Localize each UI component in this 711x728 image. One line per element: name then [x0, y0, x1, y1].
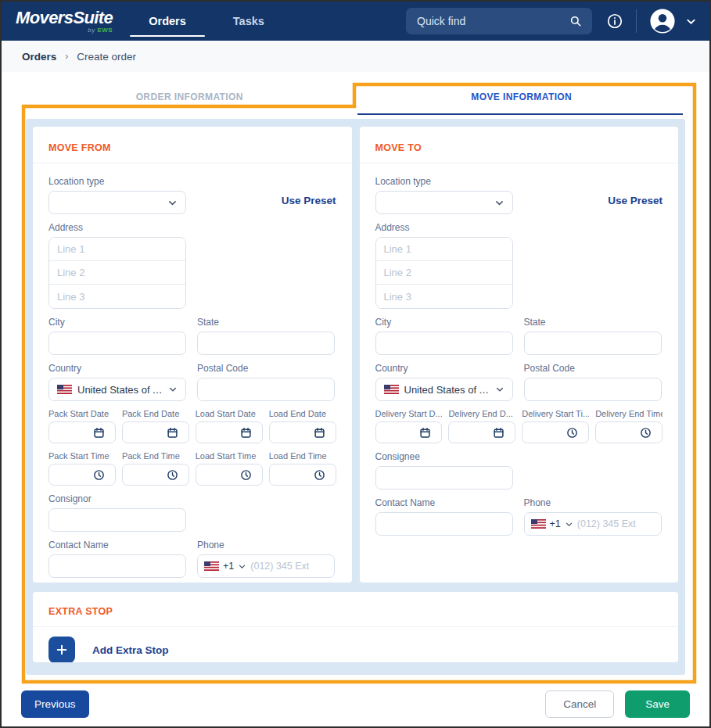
address-field-group: Address [375, 222, 663, 309]
nav-item-orders[interactable]: Orders [125, 2, 210, 41]
address-line2-input[interactable] [49, 261, 185, 285]
pack-start-time-input[interactable] [48, 464, 116, 486]
city-field: City [375, 317, 513, 355]
consignee-field: Consignee [375, 451, 513, 490]
delivery-start-date-input[interactable] [375, 421, 443, 443]
address-inputs [375, 237, 513, 309]
address-line2-input[interactable] [376, 261, 512, 285]
load-end-time-field: Load End Time [269, 451, 336, 486]
delivery-start-time-input[interactable] [522, 421, 589, 443]
state-input[interactable] [524, 332, 662, 355]
location-type-field: Location type [375, 176, 513, 214]
pack-load-times-row: Pack Start Time Pack End Time Load Start… [48, 451, 336, 486]
add-extra-stop-label[interactable]: Add Extra Stop [92, 644, 169, 656]
avatar[interactable] [649, 8, 676, 34]
phone-input[interactable]: +1 (012) 345 Ext [524, 512, 662, 536]
pack-end-time-field: Pack End Time [122, 451, 189, 486]
postal-code-input[interactable] [197, 378, 335, 401]
state-field: State [197, 317, 335, 355]
country-select[interactable]: United States of Amer [375, 378, 513, 401]
city-input[interactable] [48, 332, 186, 355]
search-icon[interactable] [569, 14, 583, 28]
delivery-dates-times-row: Delivery Start D... Delivery End D... De… [375, 409, 663, 443]
pack-start-time-label: Pack Start Time [48, 451, 116, 461]
address-line3-input[interactable] [49, 285, 185, 308]
location-type-select[interactable] [375, 191, 513, 214]
us-flag-icon [384, 385, 399, 394]
use-preset-link[interactable]: Use Preset [608, 195, 663, 214]
clock-icon [314, 469, 325, 481]
delivery-end-time-input[interactable] [595, 421, 663, 443]
pack-start-date-input[interactable] [48, 421, 116, 443]
extra-stop-card: EXTRA STOP Add Extra Stop [33, 592, 678, 662]
contact-name-field: Contact Name [48, 540, 186, 578]
load-start-time-input[interactable] [196, 464, 263, 486]
address-line1-input[interactable] [49, 238, 185, 261]
pack-end-date-input[interactable] [122, 421, 189, 443]
contact-name-input[interactable] [375, 512, 513, 536]
phone-placeholder: (012) 345 Ext [577, 518, 636, 529]
delivery-end-date-input[interactable] [448, 421, 515, 443]
delivery-start-time-label: Delivery Start Ti... [522, 409, 589, 418]
quick-find-input[interactable] [415, 14, 564, 28]
state-input[interactable] [197, 332, 335, 355]
use-preset-link[interactable]: Use Preset [282, 195, 336, 214]
tab-order-information[interactable]: ORDER INFORMATION [23, 72, 356, 116]
contact-name-input[interactable] [48, 554, 186, 578]
city-state-row: City State [48, 317, 336, 355]
consignee-label: Consignee [375, 451, 513, 462]
phone-country-code[interactable]: +1 [550, 518, 561, 529]
pack-load-dates-row: Pack Start Date Pack End Date Load Start… [48, 409, 336, 443]
country-select[interactable]: United States of Amer [48, 378, 186, 401]
phone-label: Phone [197, 540, 335, 550]
consignor-input[interactable] [48, 508, 186, 532]
phone-country-code[interactable]: +1 [223, 561, 234, 572]
load-end-date-input[interactable] [269, 421, 336, 443]
chevron-down-icon [495, 385, 505, 394]
quick-find-box[interactable] [406, 8, 592, 34]
address-line1-input[interactable] [376, 238, 512, 261]
location-type-select[interactable] [48, 191, 186, 214]
tab-bar: ORDER INFORMATION MOVE INFORMATION [2, 72, 709, 116]
nav-item-tasks[interactable]: Tasks [210, 2, 288, 41]
load-start-date-input[interactable] [196, 421, 263, 443]
add-extra-stop-button[interactable] [48, 637, 75, 662]
consignee-input[interactable] [375, 466, 513, 490]
address-field-group: Address [48, 222, 336, 309]
pack-end-date-field: Pack End Date [122, 409, 189, 443]
delivery-start-time-field: Delivery Start Ti... [522, 409, 589, 443]
app-logo-title: MoversSuite [16, 9, 113, 27]
load-start-time-field: Load Start Time [196, 451, 263, 486]
postal-code-input[interactable] [524, 378, 662, 401]
phone-input[interactable]: +1 (012) 345 Ext [197, 554, 335, 578]
clock-icon [640, 427, 652, 439]
footer-bar: Previous Cancel Save [2, 680, 709, 728]
save-button[interactable]: Save [625, 690, 690, 718]
move-from-title: MOVE FROM [33, 138, 352, 163]
city-input[interactable] [375, 332, 513, 355]
address-line3-input[interactable] [376, 285, 512, 308]
previous-button[interactable]: Previous [21, 690, 89, 718]
country-postal-row: Country United States of Amer Postal Cod… [48, 363, 336, 401]
consignor-field: Consignor [48, 493, 186, 532]
move-to-location-row: Location type Use Preset [375, 176, 663, 214]
calendar-icon [419, 427, 431, 439]
cancel-button[interactable]: Cancel [545, 690, 614, 718]
load-start-time-label: Load Start Time [196, 451, 263, 461]
chevron-down-icon[interactable] [685, 16, 697, 27]
delivery-start-date-field: Delivery Start D... [375, 409, 443, 443]
clock-icon [566, 427, 578, 439]
tab-move-information[interactable]: MOVE INFORMATION [356, 72, 688, 116]
load-end-time-input[interactable] [269, 464, 336, 486]
pack-end-time-label: Pack End Time [122, 451, 189, 461]
logo-by-text: by [88, 27, 95, 34]
extra-stop-title: EXTRA STOP [33, 601, 678, 627]
pack-end-time-input[interactable] [122, 464, 189, 486]
info-icon[interactable] [606, 13, 623, 30]
move-from-location-row: Location type Use Preset [48, 176, 336, 214]
city-label: City [375, 317, 513, 328]
postal-code-label: Postal Code [524, 363, 662, 374]
delivery-end-date-label: Delivery End D... [448, 409, 515, 418]
consignee-row: Consignee [375, 451, 663, 490]
breadcrumb-orders-link[interactable]: Orders [22, 51, 56, 63]
